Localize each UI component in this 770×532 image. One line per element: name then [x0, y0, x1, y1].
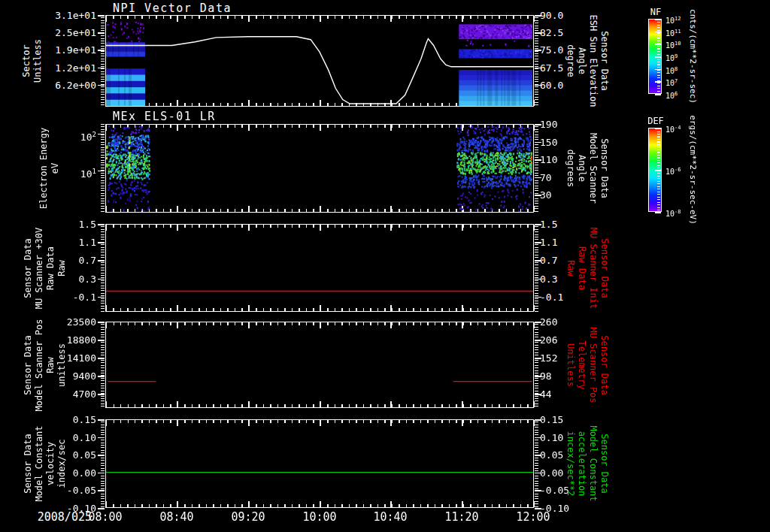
y-minor-ticks-left	[101, 224, 105, 312]
right-axis-label: Sensor Data MU Scanner Init Raw Data Raw	[565, 227, 610, 308]
y-major-tick-left	[98, 437, 105, 439]
y-tick-label: 260	[540, 317, 585, 328]
y-tick-label: 6.2e+00	[44, 80, 96, 91]
line-plot	[106, 225, 533, 311]
colorbar-tick-label: 1012	[665, 14, 681, 26]
y-tick-label: 0.15	[44, 415, 96, 425]
y-minor-ticks-left	[101, 322, 105, 408]
y-major-tick-left	[98, 455, 105, 456]
y-major-tick-left	[98, 50, 105, 51]
x-tick-label: 11:20	[435, 511, 488, 523]
spectrogram-canvas	[106, 125, 533, 212]
x-tick-label: 10:00	[293, 511, 346, 523]
y-major-tick-left	[98, 419, 105, 421]
y-major-tick-left	[98, 32, 105, 34]
colorbar-major-tick	[655, 94, 661, 95]
y-axis-label: Sensor Data Model Constant velocity inde…	[23, 425, 68, 501]
right-axis-label: Sensor Data Model Constant acceleration …	[565, 425, 610, 501]
colorbar-major-tick	[655, 128, 661, 129]
y-major-tick-left	[98, 242, 105, 243]
figure-root: 2008/025 NPI Vector Data3.1e+012.5e+011.…	[0, 0, 770, 532]
colorbar-tick-label: 106	[665, 89, 678, 101]
y-minor-ticks-right	[535, 15, 538, 107]
colorbar-tick-label: 1011	[665, 27, 681, 38]
y-major-tick-left	[98, 358, 105, 359]
y-tick-label: 0.15	[540, 415, 585, 425]
y-minor-ticks-left	[101, 419, 105, 508]
y-major-tick-left	[98, 508, 105, 509]
y-major-tick-left	[98, 394, 105, 395]
y-tick-label: 2.5e+01	[44, 28, 96, 38]
y-major-tick-left	[98, 15, 105, 17]
y-axis-label: Sensor Data MU Scanner +30V Raw Data Raw	[23, 227, 68, 308]
y-minor-ticks-left	[101, 124, 105, 213]
colorbar-unit-label: ergs/(cm**2-sr-sec-eV)	[688, 115, 698, 225]
y-minor-ticks-right	[535, 124, 538, 213]
y-major-tick-left	[98, 171, 105, 172]
y-major-tick-left	[98, 85, 105, 86]
colorbar-tick-label: 107	[665, 77, 678, 88]
y-major-tick-left	[98, 260, 105, 261]
y-minor-ticks-right	[535, 322, 538, 408]
x-tick-label: 08:40	[150, 511, 203, 523]
colorbar-title: NF	[647, 7, 665, 17]
x-tick-label: 10:40	[364, 511, 417, 523]
y-axis-label: Electron Energy eV	[38, 128, 61, 209]
y-major-tick-left	[98, 376, 105, 377]
colorbar-tick-label: 1010	[665, 39, 681, 50]
y-tick-label: 190	[540, 119, 585, 130]
x-tick-label: 12:00	[507, 511, 559, 523]
y-major-tick-left	[98, 322, 105, 323]
y-minor-ticks-right	[535, 224, 538, 312]
y-major-tick-left	[98, 224, 105, 225]
colorbar-tick-label: 10-6	[665, 165, 681, 177]
y-major-tick-left	[98, 473, 105, 474]
colorbar-major-tick	[655, 32, 661, 33]
colorbar-unit-label: cnts/(cm**2-sr-sec)	[688, 9, 698, 104]
y-tick-label: 1.2e+01	[44, 63, 96, 74]
y-major-tick-left	[98, 340, 105, 341]
y-minor-ticks-left	[101, 15, 105, 107]
colorbar-major-tick	[655, 44, 661, 45]
line-plot	[106, 16, 533, 106]
colorbar-major-tick	[655, 56, 661, 58]
colorbar-major-tick	[655, 212, 661, 213]
right-axis-label: Sensor Data MU Scanner Pos Telemetry Uni…	[565, 327, 610, 403]
y-major-tick-left	[98, 297, 105, 298]
colorbar-major-tick	[655, 19, 661, 20]
x-tick-label: 09:20	[222, 511, 274, 523]
panel-title: MEx ELS-01 LR	[113, 110, 216, 123]
y-major-tick-left	[98, 490, 105, 491]
y-minor-ticks-right	[535, 419, 538, 508]
y-tick-label: 1.9e+01	[44, 45, 96, 56]
y-major-tick-left	[98, 68, 105, 69]
y-axis-label: Sector Unitless	[21, 39, 44, 83]
data-line	[106, 37, 533, 104]
panel-title: NPI Vector Data	[113, 2, 232, 15]
colorbar-tick-label: 109	[665, 52, 678, 63]
line-plot	[106, 322, 533, 407]
colorbar-tick-label: 108	[665, 65, 678, 76]
colorbar-tick-label: 10-4	[665, 123, 681, 135]
y-major-tick-left	[98, 134, 105, 135]
y-tick-label: 3.1e+01	[44, 11, 96, 21]
line-plot	[106, 420, 533, 507]
x-tick-label: 08:00	[79, 511, 132, 523]
right-axis-label: Sensor Data ESH Sun Elevation Angle degr…	[565, 15, 610, 107]
colorbar-major-tick	[655, 170, 661, 171]
colorbar-major-tick	[655, 69, 661, 71]
colorbar-title: DEF	[647, 116, 665, 126]
colorbar-major-tick	[655, 81, 661, 83]
colorbar-tick-label: 10-8	[665, 207, 681, 219]
y-major-tick-left	[98, 279, 105, 280]
y-axis-label: Sensor Data Model Scanner Pos Raw unitle…	[23, 319, 68, 411]
right-axis-label: Sensor Data Model Scanner Angle degrees	[565, 133, 610, 204]
